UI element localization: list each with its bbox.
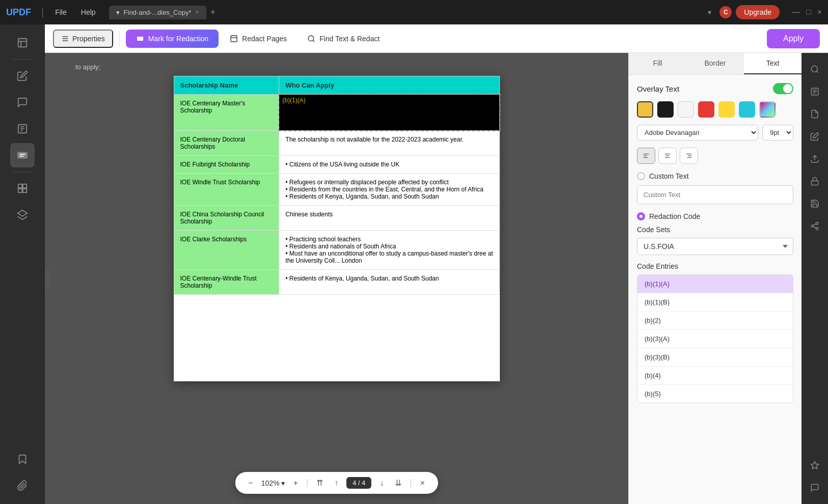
table-cell-name: IOE Fulbright Scholarship (174, 156, 279, 174)
zoom-value: 102% (261, 479, 280, 487)
zoom-level: 102% ▾ (261, 479, 285, 487)
svg-rect-37 (811, 181, 818, 185)
custom-text-radio[interactable] (637, 172, 645, 180)
svg-line-22 (313, 40, 314, 42)
font-select[interactable]: Adobe Devanagari (637, 125, 758, 141)
sidebar-icon-edit[interactable] (10, 64, 35, 88)
code-entry-b11B[interactable]: (b)(1)(B) (637, 293, 793, 312)
mark-redaction-icon (136, 35, 144, 43)
custom-text-input[interactable] (637, 185, 793, 204)
sidebar-icon-layers[interactable] (10, 203, 35, 227)
code-entry-b31B[interactable]: (b)(3)(B) (637, 348, 793, 367)
sidebar-icon-reader[interactable] (10, 31, 35, 55)
size-select[interactable]: 9pt (762, 125, 793, 141)
tab-dropdown-icon: ▾ (116, 9, 120, 16)
align-right-button[interactable] (680, 148, 698, 164)
edge-search-icon[interactable] (805, 59, 825, 79)
nav-separator-1: | (306, 479, 308, 488)
apply-button[interactable]: Apply (767, 29, 820, 48)
sidebar-separator-1 (12, 59, 33, 60)
code-entry-b31A[interactable]: (b)(3)(A) (637, 330, 793, 348)
edge-ocr-icon[interactable] (805, 81, 825, 102)
menu-help[interactable]: Help (76, 6, 101, 18)
code-set-select[interactable]: U.S.FOIA (637, 238, 793, 255)
color-swatch-white[interactable] (678, 101, 694, 118)
titlebar-divider: | (41, 7, 44, 18)
sidebar-icon-comment[interactable] (10, 90, 35, 115)
properties-button[interactable]: Properties (53, 30, 113, 48)
svg-rect-19 (231, 36, 237, 42)
color-swatch-multicolor[interactable] (759, 101, 776, 118)
color-swatch-teal[interactable] (739, 101, 755, 118)
active-tab[interactable]: ▾ Find-and-...dies_Copy* × (109, 6, 206, 19)
align-left-button[interactable] (637, 148, 655, 164)
redact-pages-button[interactable]: Redact Pages (221, 30, 296, 48)
code-entry-b11A[interactable]: (b)(1)(A) (637, 275, 793, 293)
menu-file[interactable]: File (50, 6, 72, 18)
svg-rect-11 (22, 184, 26, 188)
page-top-text: to apply; (75, 63, 100, 71)
table-cell-redacted[interactable]: (b)(1)(A) (279, 95, 499, 131)
titlebar-dropdown[interactable]: ▾ (708, 8, 711, 16)
tab-add-button[interactable]: + (210, 7, 216, 18)
code-entry-b2[interactable]: (b)(2) (637, 312, 793, 330)
edge-chat-icon[interactable] (805, 478, 825, 498)
color-swatch-red[interactable] (698, 101, 714, 118)
table-row: IOE Fulbright Scholarship • Citizens of … (174, 156, 499, 174)
left-handle[interactable] (45, 268, 51, 289)
edge-ai-icon[interactable] (805, 455, 825, 475)
panel-body: Overlay Text (629, 75, 802, 504)
sidebar-icon-attachment[interactable] (10, 473, 35, 498)
maximize-button[interactable]: □ (806, 8, 811, 17)
svg-line-41 (813, 227, 816, 228)
table-row: IOE Centenary-Windle Trust Scholarship •… (174, 270, 499, 295)
overlay-toggle[interactable] (773, 83, 793, 94)
align-center-button[interactable] (658, 148, 677, 164)
tab-border[interactable]: Border (686, 53, 744, 74)
minimize-button[interactable]: — (792, 8, 800, 17)
color-swatch-black[interactable] (657, 101, 674, 118)
toolbar: Properties Mark for Redaction Redact Pag… (45, 24, 828, 53)
redaction-code-radio[interactable] (637, 212, 645, 220)
zoom-in-button[interactable]: + (290, 477, 301, 490)
table-cell-name: IOE Centenary Doctoral Scholarships (174, 131, 279, 156)
custom-text-option[interactable]: Custom Text (637, 172, 793, 180)
tab-text[interactable]: Text (744, 53, 802, 74)
nav-prev-button[interactable]: ↑ (331, 477, 341, 490)
tab-close-button[interactable]: × (196, 9, 199, 16)
find-text-button[interactable]: Find Text & Redact (298, 30, 389, 48)
nav-first-button[interactable]: ⇈ (313, 476, 326, 490)
tab-name: Find-and-...dies_Copy* (124, 9, 192, 16)
edge-export-icon[interactable] (805, 149, 825, 169)
custom-text-label: Custom Text (649, 172, 689, 180)
redaction-code-option[interactable]: Redaction Code (637, 212, 793, 220)
color-swatch-yellow[interactable] (718, 101, 735, 118)
document-area[interactable]: to apply; Scholarship Name Who Can Apply (45, 53, 628, 504)
tab-fill[interactable]: Fill (629, 53, 686, 74)
redaction-code-label: Redaction Code (649, 212, 700, 220)
edge-protect-icon[interactable] (805, 171, 825, 191)
nav-last-button[interactable]: ⇊ (392, 476, 405, 490)
close-button[interactable]: × (817, 8, 822, 17)
code-entry-b4[interactable]: (b)(4) (637, 367, 793, 385)
mark-redaction-button[interactable]: Mark for Redaction (126, 30, 219, 48)
edge-share-icon[interactable] (805, 216, 825, 236)
zoom-dropdown-icon[interactable]: ▾ (281, 479, 285, 487)
code-entry-b5[interactable]: (b)(5) (637, 385, 793, 403)
nav-close-button[interactable]: × (417, 477, 428, 490)
nav-next-button[interactable]: ↓ (377, 477, 387, 490)
edge-pages-icon[interactable] (805, 104, 825, 124)
sidebar-icon-bookmark[interactable] (10, 447, 35, 471)
table-header-apply: Who Can Apply (279, 76, 499, 95)
sidebar-icon-form[interactable] (10, 117, 35, 141)
edge-sign-icon[interactable] (805, 126, 825, 147)
edge-save-icon[interactable] (805, 193, 825, 214)
sidebar-icon-organize[interactable] (10, 176, 35, 201)
upgrade-button[interactable]: Upgrade (736, 5, 780, 19)
sidebar-icon-redact[interactable] (10, 143, 35, 167)
color-swatches (637, 101, 793, 118)
align-row (637, 148, 793, 164)
page-current: 4 (353, 479, 356, 487)
color-swatch-gold[interactable] (637, 101, 653, 118)
zoom-out-button[interactable]: − (245, 477, 256, 490)
